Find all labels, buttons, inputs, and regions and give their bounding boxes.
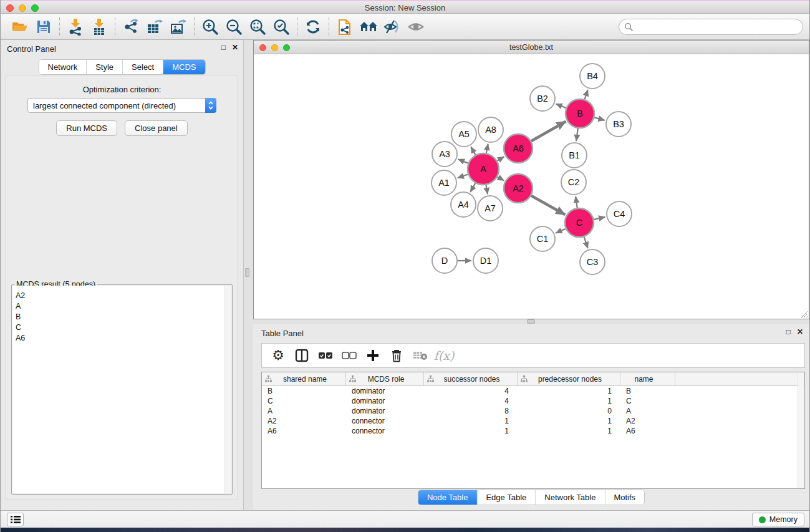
mcds-result-item[interactable]: C [12, 322, 231, 333]
table-cell[interactable]: A2 [620, 417, 675, 425]
node-C4[interactable]: C4 [607, 201, 632, 226]
mcds-result-item[interactable]: A6 [12, 333, 231, 344]
edge-B-B4[interactable] [585, 90, 588, 99]
import-table-button[interactable] [87, 16, 111, 37]
table-cell[interactable]: A [262, 407, 346, 415]
zoom-out-button[interactable] [222, 16, 246, 37]
network-canvas[interactable]: B4B2BB3A5A8A6A3AB1A1C2A2A4A7CC4C1C3DD1 [254, 54, 809, 319]
tab-edge-table[interactable]: Edge Table [477, 490, 536, 505]
table-cell[interactable]: 0 [518, 407, 620, 415]
node-A4[interactable]: A4 [451, 192, 476, 217]
close-table-panel-icon[interactable]: ✕ [797, 327, 803, 336]
node-B[interactable]: B [566, 99, 594, 128]
run-mcds-button[interactable]: Run MCDS [56, 120, 117, 136]
table-cell[interactable]: 1 [518, 427, 620, 435]
memory-button[interactable]: Memory [752, 513, 804, 526]
table-cell[interactable]: 1 [518, 397, 620, 405]
table-cell[interactable]: connector [346, 427, 424, 435]
result-list-scrollbar[interactable] [224, 286, 231, 493]
refresh-view-button[interactable] [301, 16, 325, 37]
table-cell[interactable]: A [620, 407, 675, 415]
table-cell[interactable]: 1 [518, 387, 620, 395]
float-table-panel-icon[interactable]: □ [786, 327, 791, 336]
table-cell[interactable]: C [620, 397, 675, 405]
column-header-predecessor-nodes[interactable]: predecessor nodes [518, 372, 620, 385]
table-cell[interactable]: dominator [346, 397, 424, 405]
node-A7[interactable]: A7 [478, 196, 503, 221]
select-all-columns-button[interactable] [316, 346, 335, 365]
table-row[interactable]: Cdominator41C [262, 396, 804, 406]
node-B1[interactable]: B1 [562, 143, 587, 168]
table-row[interactable]: A6connector11A6 [262, 426, 804, 436]
edge-A-A4[interactable] [470, 183, 475, 192]
node-C3[interactable]: C3 [580, 249, 605, 274]
column-header-MCDS-role[interactable]: MCDS role [346, 372, 424, 385]
table-cell[interactable]: 8 [424, 407, 518, 415]
tab-node-table[interactable]: Node Table [418, 490, 478, 505]
node-B4[interactable]: B4 [580, 64, 605, 89]
table-cell[interactable]: 1 [424, 427, 518, 435]
node-C2[interactable]: C2 [561, 170, 586, 195]
import-network-button[interactable] [64, 16, 87, 37]
export-image-button[interactable] [166, 16, 190, 37]
export-network-button[interactable] [119, 16, 143, 37]
node-B2[interactable]: B2 [530, 86, 555, 111]
column-header-name[interactable]: name [620, 372, 675, 385]
edge-A-A2[interactable] [498, 177, 504, 181]
network-window-titlebar[interactable]: testGlobe.txt [254, 41, 809, 54]
edge-A-A7[interactable] [486, 185, 488, 195]
table-cell[interactable]: 1 [424, 417, 518, 425]
table-cell[interactable]: dominator [346, 407, 424, 415]
unselect-all-columns-button[interactable] [339, 346, 359, 365]
mcds-result-item[interactable]: A [12, 301, 231, 312]
open-session-button[interactable] [8, 16, 32, 37]
edge-C-C1[interactable] [556, 229, 566, 233]
function-builder-button[interactable]: f(x) [434, 346, 454, 365]
table-cell[interactable]: 4 [424, 397, 518, 405]
table-row[interactable]: A2connector11A2 [262, 416, 804, 426]
node-D[interactable]: D [432, 248, 457, 273]
node-A6[interactable]: A6 [504, 134, 533, 163]
table-scrollbar[interactable] [798, 373, 804, 488]
show-columns-button[interactable] [292, 346, 312, 365]
window-resize-grip[interactable] [799, 309, 808, 318]
new-network-from-selection-button[interactable] [333, 16, 357, 37]
tab-mcds[interactable]: MCDS [163, 60, 205, 74]
tab-network[interactable]: Network [39, 60, 87, 74]
edge-A-A6[interactable] [497, 157, 504, 161]
tab-network-table[interactable]: Network Table [536, 490, 605, 505]
edge-C-C2[interactable] [576, 196, 577, 208]
tab-motifs[interactable]: Motifs [605, 490, 644, 505]
mcds-result-list[interactable]: A2ABCA6 [12, 286, 231, 493]
mcds-result-item[interactable]: B [12, 312, 231, 322]
table-cell[interactable]: 1 [518, 417, 620, 425]
edge-A-A5[interactable] [471, 147, 475, 155]
task-history-button[interactable] [7, 513, 24, 526]
search-input[interactable] [634, 21, 803, 33]
table-cell[interactable]: A6 [262, 427, 346, 435]
float-panel-icon[interactable]: □ [221, 43, 226, 52]
column-header-shared-name[interactable]: shared name [262, 372, 346, 385]
edge-C-C3[interactable] [584, 237, 588, 248]
table-cell[interactable]: A2 [262, 417, 346, 425]
table-cell[interactable]: B [620, 387, 675, 395]
show-all-button[interactable] [404, 16, 428, 37]
table-cell[interactable]: connector [346, 417, 424, 425]
table-cell[interactable]: B [262, 387, 346, 395]
tab-style[interactable]: Style [87, 60, 123, 74]
node-C1[interactable]: C1 [530, 226, 555, 251]
table-row[interactable]: Bdominator41B [262, 386, 804, 396]
horizontal-splitter-grip[interactable] [527, 319, 535, 324]
table-cell[interactable]: 4 [424, 387, 518, 395]
hide-selected-button[interactable] [380, 16, 404, 37]
zoom-fit-button[interactable] [246, 16, 269, 37]
node-A8[interactable]: A8 [478, 117, 503, 142]
edge-A-A8[interactable] [486, 144, 488, 153]
export-table-button[interactable] [143, 16, 166, 37]
criterion-select[interactable]: largest connected component (directed) [27, 98, 216, 113]
node-A3[interactable]: A3 [432, 142, 457, 167]
node-A1[interactable]: A1 [432, 170, 456, 195]
tab-select[interactable]: Select [123, 60, 163, 74]
network-graph[interactable]: B4B2BB3A5A8A6A3AB1A1C2A2A4A7CC4C1C3DD1 [254, 54, 809, 319]
create-column-button[interactable] [363, 346, 383, 365]
